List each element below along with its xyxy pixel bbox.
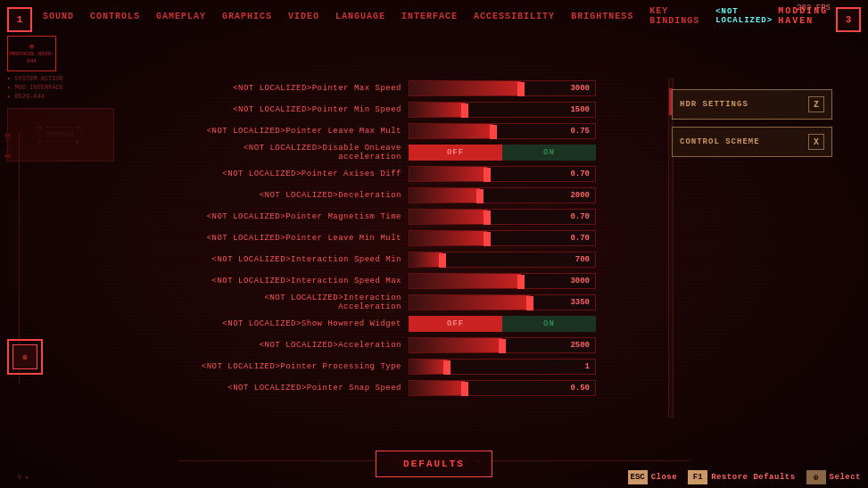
slider-value: 0.50 bbox=[570, 384, 590, 393]
nav-controls[interactable]: CONTROLS bbox=[83, 8, 147, 25]
setting-control[interactable]: 1500 bbox=[409, 102, 654, 118]
slider-value: 3000 bbox=[570, 84, 590, 93]
nav-graphics[interactable]: GRAPHICS bbox=[215, 8, 279, 25]
setting-control[interactable]: 0.70 bbox=[409, 209, 654, 225]
slider-value: 0.70 bbox=[570, 212, 590, 221]
slider-thumb[interactable] bbox=[517, 82, 525, 96]
restore-key[interactable]: F1 bbox=[688, 470, 707, 484]
fps-counter: 282 FPS bbox=[797, 4, 831, 12]
slider-thumb[interactable] bbox=[484, 232, 491, 246]
slider-track[interactable]: 3350 bbox=[409, 294, 596, 310]
hdr-settings-button[interactable]: HDR SETTINGS Z bbox=[672, 89, 832, 120]
nav-sound[interactable]: SOUND bbox=[36, 8, 81, 25]
slider-track[interactable]: 0.70 bbox=[409, 166, 596, 182]
restore-defaults-action[interactable]: F1 Restore Defaults bbox=[688, 470, 795, 484]
slider-thumb[interactable] bbox=[476, 189, 484, 203]
nav-accessibility[interactable]: ACCESSIBILITY bbox=[467, 8, 562, 25]
slider-track[interactable]: 2000 bbox=[409, 187, 596, 203]
setting-label: <NOT LOCALIZED>Interaction Acceleration bbox=[196, 294, 401, 311]
select-key[interactable]: ⊕ bbox=[806, 470, 826, 484]
slider-fill bbox=[409, 252, 442, 267]
table-row: <NOT LOCALIZED>Interaction Acceleration … bbox=[196, 293, 654, 312]
slider-track[interactable]: 0.50 bbox=[409, 380, 596, 396]
slider-thumb[interactable] bbox=[443, 360, 451, 375]
top-nav: SOUND CONTROLS GAMEPLAY GRAPHICS VIDEO L… bbox=[0, 0, 868, 32]
setting-control[interactable]: OFF ON bbox=[409, 145, 654, 161]
select-action[interactable]: ⊕ Select bbox=[806, 470, 861, 484]
nav-special: <NOT LOCALIZED> bbox=[715, 7, 773, 25]
table-row: <NOT LOCALIZED>Acceleration 2500 bbox=[196, 335, 654, 355]
slider-track[interactable]: 0.70 bbox=[409, 209, 596, 225]
slider-value: 0.75 bbox=[570, 127, 590, 136]
setting-control[interactable]: OFF ON bbox=[409, 316, 654, 332]
close-key[interactable]: ESC bbox=[628, 470, 648, 484]
nav-keybindings[interactable]: KEY BINDINGS bbox=[642, 3, 707, 29]
slider-track[interactable]: 1500 bbox=[409, 102, 596, 118]
setting-control[interactable]: 0.70 bbox=[409, 166, 654, 182]
setting-control[interactable]: 0.75 bbox=[409, 123, 654, 139]
setting-control[interactable]: 700 bbox=[409, 252, 654, 268]
close-action[interactable]: ESC Close bbox=[628, 470, 678, 484]
toggle-on[interactable]: ON bbox=[502, 145, 596, 161]
hdr-settings-label: HDR SETTINGS bbox=[680, 100, 748, 109]
slider-thumb[interactable] bbox=[526, 296, 533, 310]
select-label: Select bbox=[830, 473, 861, 482]
setting-control[interactable]: 0.70 bbox=[409, 230, 654, 246]
setting-label: <NOT LOCALIZED>Pointer Max Speed bbox=[196, 84, 401, 93]
slider-thumb[interactable] bbox=[490, 125, 497, 139]
setting-label: <NOT LOCALIZED>Pointer Leave Max Mult bbox=[196, 127, 401, 136]
hdr-settings-key: Z bbox=[808, 96, 824, 112]
slider-value: 2500 bbox=[570, 341, 590, 350]
setting-control[interactable]: 1 bbox=[409, 359, 654, 375]
slider-track[interactable]: 0.75 bbox=[409, 123, 596, 139]
nav-brightness[interactable]: BRIGHTNESS bbox=[564, 8, 641, 25]
nav-gameplay[interactable]: GAMEPLAY bbox=[149, 8, 213, 25]
slider-thumb[interactable] bbox=[484, 168, 491, 182]
slider-thumb[interactable] bbox=[439, 253, 446, 268]
table-row: <NOT LOCALIZED>Deceleration 2000 bbox=[196, 186, 654, 205]
setting-label: <NOT LOCALIZED>Disable OnLeave accelerat… bbox=[196, 144, 401, 161]
table-row: <NOT LOCALIZED>Disable OnLeave accelerat… bbox=[196, 143, 654, 162]
left-panel: ▤ PROTOCOL 0529-A44 ▸ SYSTEM ACTIVE ▸ MO… bbox=[7, 36, 123, 161]
defaults-button[interactable]: DEFAULTS bbox=[376, 451, 492, 477]
slider-value: 2000 bbox=[570, 191, 590, 200]
setting-control[interactable]: 2500 bbox=[409, 337, 654, 353]
slider-thumb[interactable] bbox=[484, 211, 491, 225]
toggle-control[interactable]: OFF ON bbox=[409, 316, 596, 332]
toggle-control[interactable]: OFF ON bbox=[409, 145, 596, 161]
setting-label: <NOT LOCALIZED>Pointer Snap Speed bbox=[196, 384, 401, 393]
slider-value: 0.70 bbox=[570, 170, 590, 178]
toggle-on[interactable]: ON bbox=[502, 316, 596, 332]
slider-track[interactable]: 2500 bbox=[409, 337, 596, 353]
nav-interface[interactable]: INTERFACE bbox=[394, 8, 465, 25]
slider-track[interactable]: 1 bbox=[409, 359, 596, 375]
toggle-off[interactable]: OFF bbox=[409, 145, 502, 161]
slider-track[interactable]: 3000 bbox=[409, 80, 596, 96]
slider-fill bbox=[409, 360, 447, 374]
table-row: <NOT LOCALIZED>Pointer Axises Diff 0.70 bbox=[196, 164, 654, 184]
table-row: <NOT LOCALIZED>Pointer Snap Speed 0.50 bbox=[196, 378, 654, 398]
slider-thumb[interactable] bbox=[461, 382, 468, 396]
setting-control[interactable]: 0.50 bbox=[409, 380, 654, 396]
settings-list: <NOT LOCALIZED>Pointer Max Speed 3000 <N… bbox=[196, 36, 654, 398]
setting-control[interactable]: 3000 bbox=[409, 273, 654, 289]
slider-track[interactable]: 0.70 bbox=[409, 230, 596, 246]
slider-thumb[interactable] bbox=[499, 339, 506, 353]
nav-language[interactable]: LANGUAGE bbox=[328, 8, 393, 25]
slider-track[interactable]: 700 bbox=[409, 252, 596, 268]
table-row: <NOT LOCALIZED>Interaction Speed Min 700 bbox=[196, 250, 654, 269]
table-row: <NOT LOCALIZED>Pointer Magnetism Time 0.… bbox=[196, 207, 654, 227]
nav-video[interactable]: VIDEO bbox=[281, 8, 327, 25]
logo-text: ▤ PROTOCOL 0529-A44 bbox=[8, 43, 55, 65]
slider-thumb[interactable] bbox=[461, 103, 468, 118]
setting-control[interactable]: 3350 bbox=[409, 294, 654, 310]
slider-track[interactable]: 3000 bbox=[409, 273, 596, 289]
setting-label: <NOT LOCALIZED>Show Howered Widget bbox=[196, 319, 401, 328]
setting-control[interactable]: 2000 bbox=[409, 187, 654, 203]
bottom-actions: ESC Close F1 Restore Defaults ⊕ Select bbox=[628, 470, 861, 484]
slider-thumb[interactable] bbox=[517, 275, 525, 289]
setting-label: <NOT LOCALIZED>Interaction Speed Min bbox=[196, 255, 401, 264]
toggle-off[interactable]: OFF bbox=[409, 316, 502, 332]
setting-control[interactable]: 3000 bbox=[409, 80, 654, 96]
control-scheme-button[interactable]: CONTROL SCHEME X bbox=[672, 127, 832, 157]
